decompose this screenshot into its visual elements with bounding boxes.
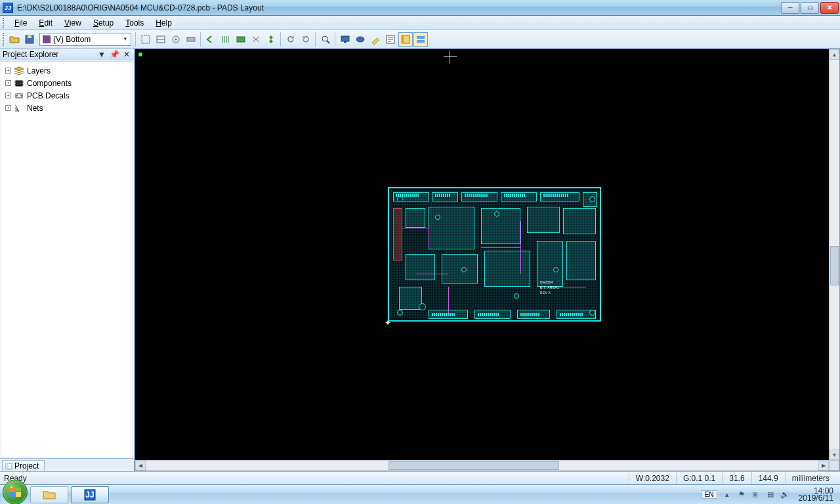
- tree-node-decals[interactable]: + PCB Decals: [3, 89, 131, 102]
- svg-rect-21: [417, 36, 425, 39]
- drc-button[interactable]: [264, 32, 278, 47]
- flag-icon[interactable]: ⚑: [737, 490, 746, 499]
- display-button[interactable]: [338, 32, 352, 47]
- svg-point-29: [16, 95, 18, 96]
- ecotools-button[interactable]: [184, 32, 198, 47]
- nets-icon: [14, 104, 24, 113]
- svg-rect-32: [6, 463, 9, 469]
- scroll-corner: [829, 460, 839, 471]
- svg-rect-2: [142, 35, 150, 43]
- save-button[interactable]: [22, 32, 37, 47]
- layer-swatch-icon: [43, 35, 51, 43]
- tree-node-components[interactable]: + Components: [3, 77, 131, 89]
- expand-icon[interactable]: +: [5, 93, 11, 98]
- scroll-up-icon[interactable]: ▲: [830, 49, 839, 60]
- refresh-redo-button[interactable]: [299, 32, 313, 47]
- taskbar-item-explorer[interactable]: [30, 486, 68, 503]
- components-icon: [14, 79, 24, 88]
- tab-label: Project: [14, 461, 39, 471]
- panel-pin-icon[interactable]: 📌: [108, 50, 121, 59]
- undo-button[interactable]: [203, 32, 218, 47]
- shield-icon[interactable]: ⛨: [751, 490, 761, 499]
- windows-taskbar: JJ EN ▴ ⚑ ⛨ ▤ 🔊 14:00 2019/6/11: [0, 484, 840, 504]
- open-button[interactable]: [7, 32, 22, 47]
- output-window-button[interactable]: [383, 32, 398, 47]
- expand-icon[interactable]: +: [5, 105, 11, 111]
- explorer-tabs: Project: [0, 458, 134, 471]
- menu-file[interactable]: File: [9, 17, 32, 29]
- tree-label: Components: [27, 79, 72, 88]
- pcb-board[interactable]: NA0504 E.T. AREA1 REV A: [388, 187, 601, 322]
- panel-dropdown-icon[interactable]: ▼: [96, 50, 107, 59]
- layers-icon: [14, 66, 24, 75]
- tree-node-nets[interactable]: + Nets: [3, 102, 131, 114]
- hscroll-thumb[interactable]: [388, 461, 559, 470]
- tab-project[interactable]: Project: [2, 460, 45, 471]
- svg-rect-7: [187, 37, 195, 41]
- minimize-button[interactable]: ─: [781, 2, 799, 14]
- menu-tools[interactable]: Tools: [120, 17, 149, 29]
- start-button[interactable]: [3, 480, 28, 505]
- autoroute-button[interactable]: [219, 32, 233, 47]
- panel-close-icon[interactable]: ✕: [122, 50, 131, 59]
- highlight-button[interactable]: [368, 32, 383, 47]
- scroll-left-icon[interactable]: ◀: [135, 461, 146, 471]
- title-bar: JJ E:\DK\S2L00188A0\ORIG\NA0504 MCU&CD-0…: [0, 0, 840, 16]
- project-tree[interactable]: + Layers + Components + PCB Decals + Net…: [1, 61, 133, 457]
- refresh-undo-button[interactable]: [284, 32, 298, 47]
- output-button[interactable]: [413, 32, 428, 47]
- expand-icon[interactable]: +: [5, 68, 11, 74]
- status-grid: G:0.1 0.1: [676, 472, 722, 484]
- menu-help[interactable]: Help: [150, 17, 177, 29]
- vertical-scrollbar[interactable]: ▲ ▼: [829, 49, 839, 460]
- status-width: W:0.2032: [629, 472, 676, 484]
- volume-icon[interactable]: 🔊: [780, 490, 789, 499]
- crosshair-cursor-icon: [444, 51, 457, 64]
- svg-rect-20: [402, 35, 404, 43]
- window-title: E:\DK\S2L00188A0\ORIG\NA0504 MCU&CD-0728…: [17, 3, 264, 12]
- maximize-button[interactable]: ▭: [801, 2, 819, 14]
- tray-up-icon[interactable]: ▴: [723, 490, 732, 499]
- select-button[interactable]: [353, 32, 368, 47]
- status-bar: Ready W:0.2032 G:0.1 0.1 31.6 144.9 mill…: [0, 471, 840, 484]
- system-tray: EN ▴ ⚑ ⛨ ▤ 🔊 14:00 2019/6/11: [702, 488, 837, 502]
- close-button[interactable]: ✕: [820, 2, 839, 14]
- scroll-right-icon[interactable]: ▶: [818, 461, 829, 471]
- properties-button[interactable]: [234, 32, 248, 47]
- lang-indicator[interactable]: EN: [702, 490, 717, 499]
- menu-bar: File Edit View Setup Tools Help: [0, 16, 840, 30]
- svg-point-13: [322, 36, 327, 41]
- horizontal-scrollbar[interactable]: ◀ ▶: [135, 460, 829, 471]
- project-explorer-header: Project Explorer ▼ 📌 ✕: [0, 49, 134, 60]
- project-explorer-button[interactable]: [398, 32, 413, 47]
- dimension-button[interactable]: [169, 32, 183, 47]
- menu-setup[interactable]: Setup: [88, 17, 119, 29]
- layer-selector[interactable]: (V) Bottom ▼: [39, 33, 131, 46]
- cycle-button[interactable]: [249, 32, 263, 47]
- status-x: 31.6: [722, 472, 751, 484]
- tree-label: PCB Decals: [27, 91, 70, 100]
- svg-rect-15: [341, 36, 349, 41]
- menu-grip[interactable]: [3, 18, 5, 28]
- tree-label: Nets: [27, 104, 43, 113]
- toolbar-grip[interactable]: [3, 33, 5, 46]
- menu-edit[interactable]: Edit: [33, 17, 58, 29]
- expand-icon[interactable]: +: [5, 80, 11, 86]
- svg-rect-22: [417, 40, 425, 43]
- svg-rect-1: [28, 35, 32, 38]
- board-outline-button[interactable]: [138, 32, 153, 47]
- svg-point-6: [175, 38, 177, 40]
- taskbar-item-pads[interactable]: JJ: [71, 486, 109, 503]
- scroll-down-icon[interactable]: ▼: [830, 450, 839, 460]
- menu-view[interactable]: View: [59, 17, 87, 29]
- zoom-button[interactable]: [318, 32, 333, 47]
- svg-rect-23: [16, 81, 22, 86]
- network-icon[interactable]: ▤: [766, 490, 775, 499]
- layer-name: Bottom: [66, 35, 91, 44]
- vscroll-thumb[interactable]: [830, 246, 839, 285]
- design-canvas[interactable]: NA0504 E.T. AREA1 REV A ✦: [135, 49, 829, 460]
- project-explorer-panel: Project Explorer ▼ 📌 ✕ + Layers + Compon…: [0, 49, 135, 471]
- tray-clock[interactable]: 14:00 2019/6/11: [795, 488, 833, 502]
- tree-node-layers[interactable]: + Layers: [3, 64, 131, 77]
- design-toolbar-button[interactable]: [154, 32, 168, 47]
